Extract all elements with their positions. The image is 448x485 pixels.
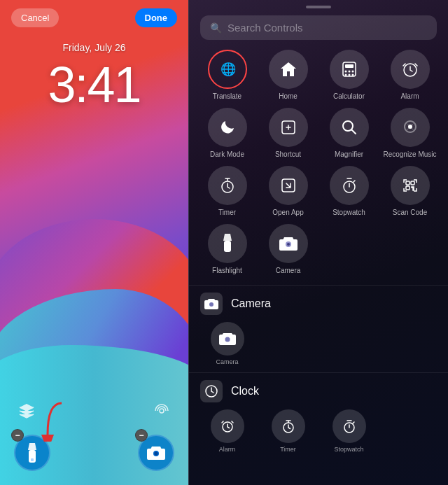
- scan-code-circle: [391, 166, 430, 205]
- control-scan-code[interactable]: Scan Code: [383, 166, 437, 217]
- middle-controls-row: [14, 398, 174, 423]
- sub-control-alarm[interactable]: Alarm: [200, 409, 254, 453]
- control-timer[interactable]: Timer: [200, 166, 254, 217]
- search-placeholder: Search Controls: [227, 22, 427, 34]
- sub-stopwatch-label: Stopwatch: [334, 446, 363, 453]
- calculator-label: Calculator: [333, 92, 365, 101]
- dark-mode-label: Dark Mode: [210, 150, 244, 159]
- translate-label: Translate: [213, 92, 241, 101]
- recognize-music-circle: [391, 108, 430, 147]
- shortcut-label: Shortcut: [275, 150, 301, 159]
- stopwatch-circle: [330, 166, 369, 205]
- sub-alarm-label: Alarm: [219, 446, 236, 453]
- magnifier-circle: [330, 108, 369, 147]
- camera-section-icon: [200, 293, 223, 315]
- sub-control-stopwatch[interactable]: Stopwatch: [322, 409, 376, 453]
- flashlight-label: Flashlight: [212, 267, 242, 275]
- svg-rect-8: [345, 64, 354, 68]
- svg-rect-3: [31, 458, 34, 461]
- alarm-label: Alarm: [400, 92, 419, 101]
- control-stopwatch[interactable]: Stopwatch: [322, 166, 376, 217]
- lockscreen-time: 3:41: [0, 56, 188, 113]
- lockscreen-bottom-controls: − −: [0, 398, 188, 471]
- clock-section-label: Clock: [231, 385, 259, 398]
- red-arrow: [41, 400, 69, 442]
- sub-stopwatch-circle: [332, 409, 366, 443]
- svg-point-5: [155, 452, 158, 456]
- camera-control[interactable]: −: [138, 435, 174, 471]
- search-bar[interactable]: 🔍 Search Controls: [200, 15, 437, 40]
- svg-rect-25: [412, 187, 414, 188]
- control-flashlight[interactable]: Flashlight: [200, 224, 254, 275]
- stopwatch-label: Stopwatch: [332, 209, 365, 217]
- scan-code-label: Scan Code: [393, 209, 427, 217]
- camera-top-label: Camera: [276, 267, 301, 275]
- svg-text:🌐: 🌐: [220, 62, 237, 77]
- camera-section-header: Camera: [189, 285, 448, 322]
- layers-icon[interactable]: [14, 398, 39, 423]
- control-alarm[interactable]: Alarm: [383, 50, 437, 101]
- svg-point-29: [287, 243, 290, 246]
- open-app-circle: [269, 166, 308, 205]
- control-magnifier[interactable]: Magnifier: [322, 108, 376, 159]
- magnifier-label: Magnifier: [335, 150, 363, 159]
- done-button[interactable]: Done: [135, 8, 178, 27]
- sub-camera-circle: [211, 322, 244, 356]
- sub-control-camera[interactable]: Camera: [200, 322, 254, 365]
- sub-timer-circle: [272, 409, 305, 443]
- clock-section-header: Clock: [189, 372, 448, 409]
- svg-point-13: [348, 74, 350, 76]
- recognize-music-label: Recognize Music: [383, 150, 436, 159]
- control-shortcut[interactable]: Shortcut: [261, 108, 315, 159]
- camera-sub-grid: Camera: [189, 322, 448, 372]
- svg-point-0: [160, 409, 164, 413]
- svg-rect-26: [413, 188, 414, 190]
- airdrop-icon[interactable]: [149, 398, 174, 423]
- calculator-circle: [330, 50, 369, 89]
- drag-handle: [306, 6, 331, 8]
- top-buttons-row: Cancel Done: [0, 8, 188, 27]
- open-app-label: Open App: [272, 209, 303, 217]
- translate-circle: 🌐: [208, 50, 247, 89]
- svg-point-14: [351, 74, 354, 76]
- cancel-button[interactable]: Cancel: [11, 8, 59, 27]
- clock-sub-grid: Alarm Timer: [189, 409, 448, 460]
- flashlight-circle: [208, 224, 247, 263]
- timer-label: Timer: [218, 209, 236, 217]
- shortcut-circle: [269, 108, 308, 147]
- dark-mode-circle: [208, 108, 247, 147]
- svg-point-31: [225, 337, 230, 342]
- clock-section-icon: [200, 380, 223, 402]
- lockscreen-date: Friday, July 26: [0, 42, 188, 53]
- svg-rect-24: [406, 186, 410, 190]
- sub-timer-label: Timer: [280, 446, 296, 453]
- home-label: Home: [279, 92, 298, 101]
- control-home[interactable]: Home: [261, 50, 315, 101]
- svg-rect-27: [224, 241, 231, 252]
- controls-scroll-area[interactable]: 🌐 Translate Home: [189, 50, 448, 485]
- svg-point-11: [351, 71, 354, 73]
- svg-point-12: [344, 74, 346, 76]
- bottom-controls-row: − −: [14, 435, 174, 471]
- camera-top-circle: [269, 224, 308, 263]
- lockscreen-panel: Cancel Done Friday, July 26 3:41: [0, 0, 189, 485]
- sub-alarm-circle: [211, 409, 244, 443]
- control-calculator[interactable]: Calculator: [322, 50, 376, 101]
- control-recognize-music[interactable]: Recognize Music: [383, 108, 437, 159]
- timer-circle: [208, 166, 247, 205]
- alarm-circle: [391, 50, 430, 89]
- camera-minus-badge[interactable]: −: [135, 429, 148, 442]
- svg-point-9: [344, 71, 346, 73]
- control-open-app[interactable]: Open App: [261, 166, 315, 217]
- sub-camera-label: Camera: [216, 358, 238, 365]
- search-icon: 🔍: [210, 22, 222, 34]
- home-circle: [269, 50, 308, 89]
- control-translate[interactable]: 🌐 Translate: [200, 50, 254, 101]
- control-dark-mode[interactable]: Dark Mode: [200, 108, 254, 159]
- svg-rect-22: [406, 181, 410, 185]
- svg-point-30: [209, 302, 214, 307]
- camera-section-label: Camera: [231, 297, 271, 310]
- control-camera-top[interactable]: Camera: [261, 224, 315, 275]
- flashlight-minus-badge[interactable]: −: [11, 429, 24, 442]
- sub-control-timer[interactable]: Timer: [261, 409, 315, 453]
